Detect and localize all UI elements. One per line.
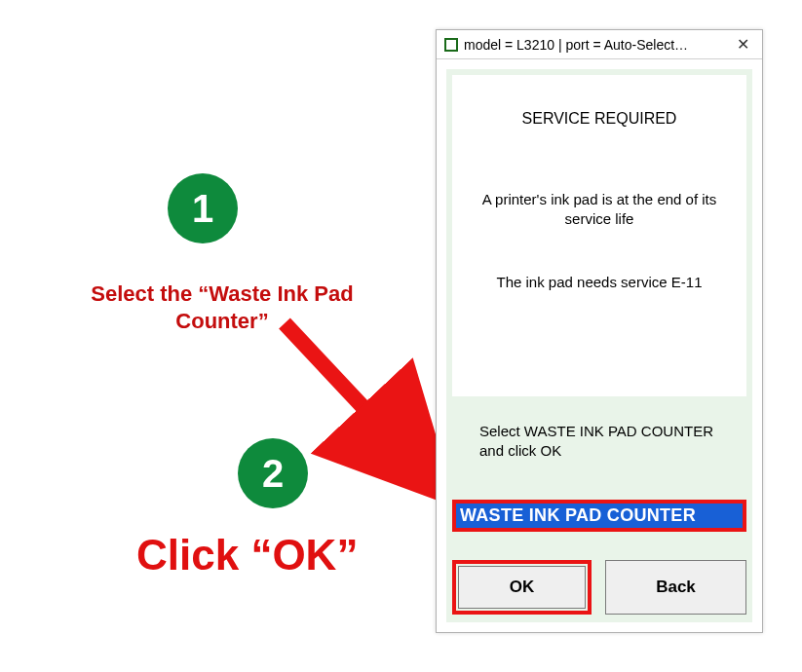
- ok-highlight-box: OK: [452, 560, 592, 615]
- instruction-card: Select WASTE INK PAD COUNTER and click O…: [452, 412, 746, 469]
- app-icon: [444, 38, 458, 52]
- message-line-1: A printer's ink pad is at the end of its…: [472, 190, 727, 228]
- instruction-text-2: Click “OK”: [136, 534, 429, 577]
- step-badge-1: 1: [168, 173, 238, 243]
- svg-line-0: [285, 323, 429, 477]
- window-title: model = L3210 | port = Auto-Select…: [464, 37, 723, 53]
- message-heading: SERVICE REQUIRED: [472, 110, 727, 128]
- titlebar: model = L3210 | port = Auto-Select… ✕: [437, 30, 762, 59]
- message-line-2: The ink pad needs service E-11: [472, 273, 727, 292]
- option-list[interactable]: WASTE INK PAD COUNTER: [452, 500, 746, 532]
- close-icon: ✕: [737, 35, 749, 54]
- message-card: SERVICE REQUIRED A printer's ink pad is …: [452, 75, 746, 396]
- back-button[interactable]: Back: [605, 560, 746, 615]
- client-area: SERVICE REQUIRED A printer's ink pad is …: [437, 59, 762, 632]
- close-button[interactable]: ✕: [723, 30, 762, 58]
- app-window: model = L3210 | port = Auto-Select… ✕ SE…: [436, 29, 763, 633]
- ok-button[interactable]: OK: [458, 566, 586, 609]
- step-badge-2: 2: [238, 438, 308, 508]
- annotation-overlay: 1 Select the “Waste Ink Pad Counter” 2 C…: [0, 0, 429, 672]
- instruction-text-1: Select the “Waste Ink Pad Counter”: [66, 280, 378, 335]
- button-row: OK Back: [452, 560, 746, 615]
- inner-panel: SERVICE REQUIRED A printer's ink pad is …: [446, 69, 752, 622]
- list-item-waste-ink-pad-counter[interactable]: WASTE INK PAD COUNTER: [456, 504, 743, 528]
